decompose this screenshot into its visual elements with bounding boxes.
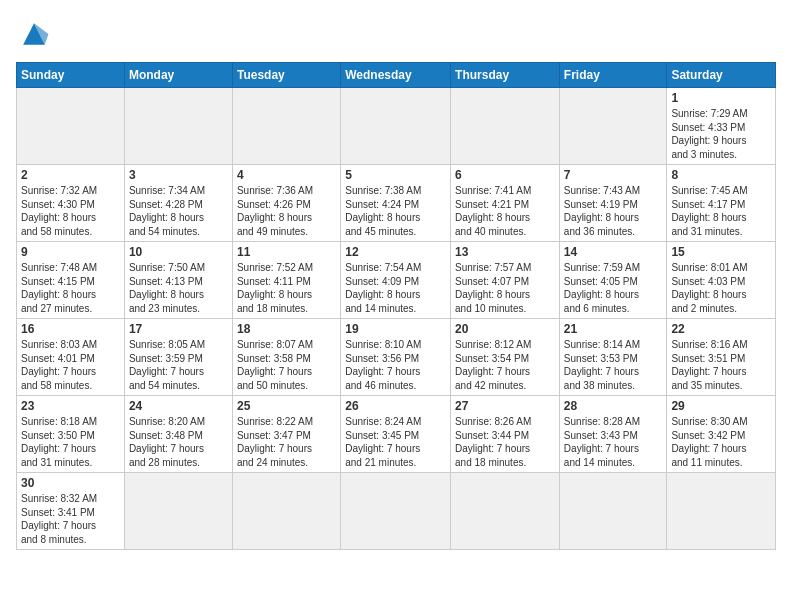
calendar-cell: 11Sunrise: 7:52 AMSunset: 4:11 PMDayligh… bbox=[232, 242, 340, 319]
day-number: 28 bbox=[564, 399, 663, 413]
calendar-cell bbox=[124, 88, 232, 165]
day-number: 15 bbox=[671, 245, 771, 259]
day-info: Sunrise: 8:03 AMSunset: 4:01 PMDaylight:… bbox=[21, 338, 120, 392]
day-number: 23 bbox=[21, 399, 120, 413]
day-number: 4 bbox=[237, 168, 336, 182]
calendar-cell bbox=[341, 88, 451, 165]
day-number: 6 bbox=[455, 168, 555, 182]
day-number: 18 bbox=[237, 322, 336, 336]
calendar-cell: 8Sunrise: 7:45 AMSunset: 4:17 PMDaylight… bbox=[667, 165, 776, 242]
calendar-cell: 16Sunrise: 8:03 AMSunset: 4:01 PMDayligh… bbox=[17, 319, 125, 396]
day-number: 13 bbox=[455, 245, 555, 259]
day-info: Sunrise: 8:20 AMSunset: 3:48 PMDaylight:… bbox=[129, 415, 228, 469]
day-info: Sunrise: 7:54 AMSunset: 4:09 PMDaylight:… bbox=[345, 261, 446, 315]
calendar-cell: 23Sunrise: 8:18 AMSunset: 3:50 PMDayligh… bbox=[17, 396, 125, 473]
calendar-cell: 10Sunrise: 7:50 AMSunset: 4:13 PMDayligh… bbox=[124, 242, 232, 319]
weekday-header-thursday: Thursday bbox=[451, 63, 560, 88]
calendar-cell: 26Sunrise: 8:24 AMSunset: 3:45 PMDayligh… bbox=[341, 396, 451, 473]
day-number: 24 bbox=[129, 399, 228, 413]
calendar-cell: 22Sunrise: 8:16 AMSunset: 3:51 PMDayligh… bbox=[667, 319, 776, 396]
weekday-header-wednesday: Wednesday bbox=[341, 63, 451, 88]
day-number: 20 bbox=[455, 322, 555, 336]
calendar-cell bbox=[17, 88, 125, 165]
header bbox=[16, 16, 776, 52]
calendar-cell: 28Sunrise: 8:28 AMSunset: 3:43 PMDayligh… bbox=[559, 396, 667, 473]
calendar-cell: 19Sunrise: 8:10 AMSunset: 3:56 PMDayligh… bbox=[341, 319, 451, 396]
day-info: Sunrise: 7:32 AMSunset: 4:30 PMDaylight:… bbox=[21, 184, 120, 238]
day-info: Sunrise: 8:26 AMSunset: 3:44 PMDaylight:… bbox=[455, 415, 555, 469]
day-info: Sunrise: 8:10 AMSunset: 3:56 PMDaylight:… bbox=[345, 338, 446, 392]
day-number: 29 bbox=[671, 399, 771, 413]
calendar-cell: 6Sunrise: 7:41 AMSunset: 4:21 PMDaylight… bbox=[451, 165, 560, 242]
calendar-cell bbox=[559, 88, 667, 165]
day-number: 7 bbox=[564, 168, 663, 182]
weekday-header-sunday: Sunday bbox=[17, 63, 125, 88]
weekday-header-row: SundayMondayTuesdayWednesdayThursdayFrid… bbox=[17, 63, 776, 88]
calendar-cell: 3Sunrise: 7:34 AMSunset: 4:28 PMDaylight… bbox=[124, 165, 232, 242]
calendar-cell bbox=[667, 473, 776, 550]
day-number: 30 bbox=[21, 476, 120, 490]
day-number: 16 bbox=[21, 322, 120, 336]
calendar-cell: 25Sunrise: 8:22 AMSunset: 3:47 PMDayligh… bbox=[232, 396, 340, 473]
day-info: Sunrise: 8:30 AMSunset: 3:42 PMDaylight:… bbox=[671, 415, 771, 469]
day-number: 1 bbox=[671, 91, 771, 105]
calendar-week-row: 16Sunrise: 8:03 AMSunset: 4:01 PMDayligh… bbox=[17, 319, 776, 396]
page: SundayMondayTuesdayWednesdayThursdayFrid… bbox=[0, 0, 792, 612]
logo bbox=[16, 16, 56, 52]
day-number: 27 bbox=[455, 399, 555, 413]
calendar-cell: 20Sunrise: 8:12 AMSunset: 3:54 PMDayligh… bbox=[451, 319, 560, 396]
day-number: 8 bbox=[671, 168, 771, 182]
calendar-cell: 18Sunrise: 8:07 AMSunset: 3:58 PMDayligh… bbox=[232, 319, 340, 396]
calendar-cell: 2Sunrise: 7:32 AMSunset: 4:30 PMDaylight… bbox=[17, 165, 125, 242]
calendar-table: SundayMondayTuesdayWednesdayThursdayFrid… bbox=[16, 62, 776, 550]
weekday-header-friday: Friday bbox=[559, 63, 667, 88]
day-info: Sunrise: 7:45 AMSunset: 4:17 PMDaylight:… bbox=[671, 184, 771, 238]
calendar-cell: 7Sunrise: 7:43 AMSunset: 4:19 PMDaylight… bbox=[559, 165, 667, 242]
calendar-cell: 30Sunrise: 8:32 AMSunset: 3:41 PMDayligh… bbox=[17, 473, 125, 550]
day-info: Sunrise: 7:43 AMSunset: 4:19 PMDaylight:… bbox=[564, 184, 663, 238]
calendar-cell: 14Sunrise: 7:59 AMSunset: 4:05 PMDayligh… bbox=[559, 242, 667, 319]
calendar-week-row: 2Sunrise: 7:32 AMSunset: 4:30 PMDaylight… bbox=[17, 165, 776, 242]
day-info: Sunrise: 7:36 AMSunset: 4:26 PMDaylight:… bbox=[237, 184, 336, 238]
day-number: 12 bbox=[345, 245, 446, 259]
calendar-cell bbox=[451, 88, 560, 165]
calendar-cell bbox=[232, 473, 340, 550]
day-info: Sunrise: 8:28 AMSunset: 3:43 PMDaylight:… bbox=[564, 415, 663, 469]
day-info: Sunrise: 7:50 AMSunset: 4:13 PMDaylight:… bbox=[129, 261, 228, 315]
calendar-cell bbox=[451, 473, 560, 550]
calendar-week-row: 9Sunrise: 7:48 AMSunset: 4:15 PMDaylight… bbox=[17, 242, 776, 319]
day-info: Sunrise: 7:59 AMSunset: 4:05 PMDaylight:… bbox=[564, 261, 663, 315]
day-info: Sunrise: 7:41 AMSunset: 4:21 PMDaylight:… bbox=[455, 184, 555, 238]
day-info: Sunrise: 7:29 AMSunset: 4:33 PMDaylight:… bbox=[671, 107, 771, 161]
weekday-header-monday: Monday bbox=[124, 63, 232, 88]
calendar-cell bbox=[124, 473, 232, 550]
calendar-cell: 9Sunrise: 7:48 AMSunset: 4:15 PMDaylight… bbox=[17, 242, 125, 319]
day-number: 9 bbox=[21, 245, 120, 259]
calendar-week-row: 23Sunrise: 8:18 AMSunset: 3:50 PMDayligh… bbox=[17, 396, 776, 473]
day-number: 19 bbox=[345, 322, 446, 336]
day-info: Sunrise: 7:38 AMSunset: 4:24 PMDaylight:… bbox=[345, 184, 446, 238]
day-number: 5 bbox=[345, 168, 446, 182]
day-number: 22 bbox=[671, 322, 771, 336]
day-number: 2 bbox=[21, 168, 120, 182]
day-info: Sunrise: 8:22 AMSunset: 3:47 PMDaylight:… bbox=[237, 415, 336, 469]
calendar-cell: 1Sunrise: 7:29 AMSunset: 4:33 PMDaylight… bbox=[667, 88, 776, 165]
day-number: 14 bbox=[564, 245, 663, 259]
day-info: Sunrise: 8:12 AMSunset: 3:54 PMDaylight:… bbox=[455, 338, 555, 392]
day-number: 10 bbox=[129, 245, 228, 259]
day-info: Sunrise: 8:18 AMSunset: 3:50 PMDaylight:… bbox=[21, 415, 120, 469]
calendar-cell bbox=[232, 88, 340, 165]
calendar-cell: 5Sunrise: 7:38 AMSunset: 4:24 PMDaylight… bbox=[341, 165, 451, 242]
day-number: 21 bbox=[564, 322, 663, 336]
calendar-cell: 12Sunrise: 7:54 AMSunset: 4:09 PMDayligh… bbox=[341, 242, 451, 319]
day-info: Sunrise: 7:57 AMSunset: 4:07 PMDaylight:… bbox=[455, 261, 555, 315]
calendar-cell: 24Sunrise: 8:20 AMSunset: 3:48 PMDayligh… bbox=[124, 396, 232, 473]
day-info: Sunrise: 7:52 AMSunset: 4:11 PMDaylight:… bbox=[237, 261, 336, 315]
day-info: Sunrise: 8:16 AMSunset: 3:51 PMDaylight:… bbox=[671, 338, 771, 392]
calendar-cell: 29Sunrise: 8:30 AMSunset: 3:42 PMDayligh… bbox=[667, 396, 776, 473]
day-info: Sunrise: 8:24 AMSunset: 3:45 PMDaylight:… bbox=[345, 415, 446, 469]
day-number: 11 bbox=[237, 245, 336, 259]
weekday-header-saturday: Saturday bbox=[667, 63, 776, 88]
calendar-cell bbox=[341, 473, 451, 550]
day-info: Sunrise: 8:05 AMSunset: 3:59 PMDaylight:… bbox=[129, 338, 228, 392]
